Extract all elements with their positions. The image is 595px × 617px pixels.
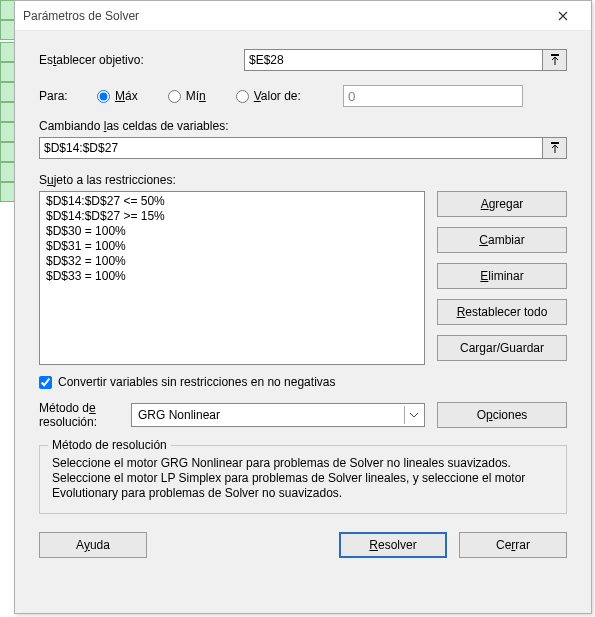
options-button[interactable]: Opciones bbox=[437, 402, 567, 428]
constraint-item[interactable]: $D$32 = 100% bbox=[46, 254, 418, 269]
titlebar: Parámetros de Solver bbox=[15, 1, 591, 31]
radio-min[interactable]: Mín bbox=[168, 89, 206, 103]
method-label: Método deresolución: bbox=[39, 401, 119, 429]
reset-all-button[interactable]: Restablecer todo bbox=[437, 299, 567, 325]
method-description-group: Método de resolución Seleccione el motor… bbox=[39, 445, 567, 514]
constraints-label: Sujeto a las restricciones: bbox=[39, 173, 567, 187]
svg-rect-1 bbox=[551, 142, 559, 144]
delete-button[interactable]: Eliminar bbox=[437, 263, 567, 289]
changing-cells-input[interactable] bbox=[39, 137, 543, 159]
chevron-down-icon bbox=[404, 406, 422, 424]
objective-label: Establecer objetivo: bbox=[39, 53, 244, 67]
constraints-listbox[interactable]: $D$14:$D$27 <= 50%$D$14:$D$27 >= 15%$D$3… bbox=[39, 191, 425, 365]
constraint-item[interactable]: $D$14:$D$27 >= 15% bbox=[46, 209, 418, 224]
changing-label: Cambiando las celdas de variables: bbox=[39, 119, 567, 133]
close-icon[interactable] bbox=[543, 2, 583, 30]
solve-button[interactable]: Resolver bbox=[339, 532, 447, 558]
constraint-item[interactable]: $D$31 = 100% bbox=[46, 239, 418, 254]
solving-method-select[interactable]: GRG Nonlinear bbox=[131, 403, 425, 427]
constraint-item[interactable]: $D$14:$D$27 <= 50% bbox=[46, 194, 418, 209]
svg-rect-0 bbox=[551, 54, 559, 56]
solver-dialog: Parámetros de Solver Establecer objetivo… bbox=[14, 0, 592, 614]
nonnegative-checkbox[interactable]: Convertir variables sin restricciones en… bbox=[39, 375, 567, 389]
constraint-item[interactable]: $D$33 = 100% bbox=[46, 269, 418, 284]
window-title: Parámetros de Solver bbox=[23, 9, 543, 23]
help-button[interactable]: Ayuda bbox=[39, 532, 147, 558]
range-picker-icon[interactable] bbox=[543, 49, 567, 71]
radio-valor[interactable]: Valor de: bbox=[236, 89, 301, 103]
load-save-button[interactable]: Cargar/Guardar bbox=[437, 335, 567, 361]
constraint-item[interactable]: $D$30 = 100% bbox=[46, 224, 418, 239]
para-label: Para: bbox=[39, 89, 97, 103]
range-picker-icon[interactable] bbox=[543, 137, 567, 159]
radio-max[interactable]: Máx bbox=[97, 89, 138, 103]
add-button[interactable]: Agregar bbox=[437, 191, 567, 217]
close-button[interactable]: Cerrar bbox=[459, 532, 567, 558]
objective-input[interactable] bbox=[244, 49, 543, 71]
change-button[interactable]: Cambiar bbox=[437, 227, 567, 253]
valor-input[interactable] bbox=[343, 85, 523, 107]
